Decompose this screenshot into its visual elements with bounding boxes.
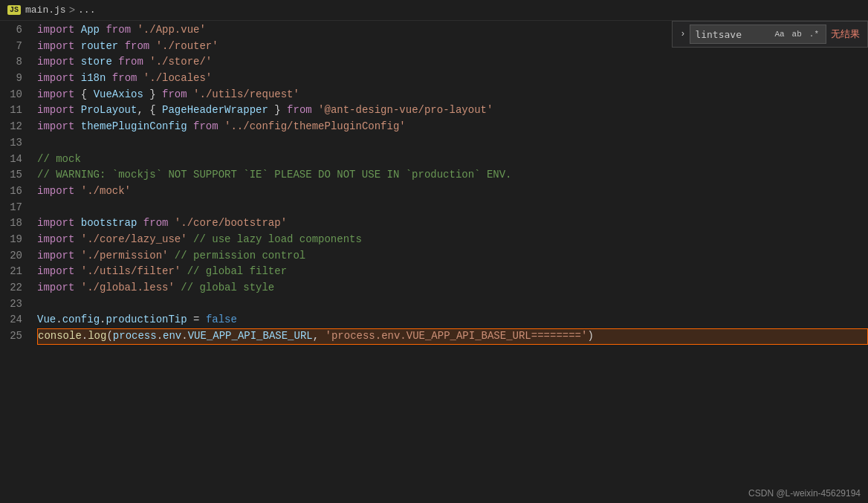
- search-overlay: › Aa ab .* 无结果: [672, 21, 868, 48]
- line-number: 10: [7, 87, 22, 103]
- search-case-sensitive[interactable]: Aa: [772, 29, 786, 39]
- code-token: config: [62, 312, 100, 328]
- code-line: import './core/lazy_use' // use lazy loa…: [37, 232, 868, 248]
- code-line: // WARNING: `mockjs` NOT SUPPORT `IE` PL…: [37, 167, 868, 184]
- line-number: 20: [7, 248, 22, 265]
- code-line: Vue.config.productionTip = false: [37, 312, 868, 328]
- code-line: import ProLayout, { PageHeaderWrapper } …: [37, 103, 868, 119]
- code-token: from: [125, 39, 156, 55]
- search-regex[interactable]: .*: [807, 29, 821, 39]
- code-token: // global filter: [181, 264, 287, 280]
- line-number: 19: [7, 232, 22, 248]
- code-token: .: [157, 328, 163, 345]
- code-token: from: [112, 71, 143, 87]
- line-number: 15: [7, 167, 22, 184]
- code-token: './App.vue': [137, 22, 205, 39]
- code-token: // global style: [175, 280, 274, 296]
- editor-container: JS main.js > ... › Aa ab .* 无结果 67891011…: [0, 0, 868, 503]
- line-number: 18: [7, 215, 22, 232]
- code-line: import { VueAxios } from './utils/reques…: [37, 87, 868, 103]
- line-number: 8: [7, 54, 22, 71]
- line-number: 24: [7, 312, 22, 328]
- code-token: {: [81, 87, 94, 103]
- breadcrumb-file: main.js: [25, 4, 66, 16]
- code-token: PageHeaderWrapper: [162, 103, 268, 119]
- code-token: false: [206, 312, 237, 328]
- code-token: import: [37, 54, 81, 71]
- code-line: import './global.less' // global style: [37, 280, 868, 296]
- line-number: 16: [7, 184, 22, 200]
- code-token: './permission': [81, 248, 169, 265]
- code-line: console.log(process.env.VUE_APP_API_BASE…: [37, 328, 868, 345]
- watermark: CSDN @L-weixin-45629194: [748, 488, 861, 499]
- code-token: store: [81, 54, 118, 71]
- code-token: import: [37, 71, 81, 87]
- code-line: [37, 200, 868, 216]
- code-content: import App from './App.vue'import router…: [30, 21, 868, 503]
- line-numbers: 678910111213141516171819202122232425: [0, 21, 30, 503]
- code-token: './utils/request': [193, 87, 299, 103]
- code-token: env: [163, 328, 181, 345]
- search-input[interactable]: [695, 29, 769, 40]
- search-no-results: 无结果: [831, 27, 860, 41]
- code-token: './router': [156, 39, 218, 55]
- code-token: import: [37, 39, 81, 55]
- code-token: './mock': [81, 184, 131, 200]
- code-token: bootstrap: [81, 215, 143, 232]
- code-token: VueAxios: [94, 87, 143, 103]
- code-line: [37, 296, 868, 313]
- search-whole-word[interactable]: ab: [790, 29, 804, 39]
- code-token: ): [587, 328, 593, 345]
- code-token: './core/bootstrap': [175, 215, 287, 232]
- line-number: 11: [7, 103, 22, 119]
- code-token: i18n: [81, 71, 112, 87]
- code-line: [37, 135, 868, 152]
- code-token: =: [187, 312, 206, 328]
- line-number: 25: [7, 328, 22, 345]
- code-token: '../config/themePluginConfig': [224, 119, 406, 135]
- code-token: from: [287, 103, 318, 119]
- code-token: './core/lazy_use': [81, 232, 187, 248]
- code-token: import: [37, 119, 81, 135]
- code-token: from: [193, 119, 224, 135]
- code-line: import bootstrap from './core/bootstrap': [37, 215, 868, 232]
- code-token: import: [37, 103, 81, 119]
- code-token: from: [118, 54, 149, 71]
- code-token: productionTip: [106, 312, 187, 328]
- code-token: themePluginConfig: [81, 119, 193, 135]
- code-token: '@ant-design-vue/pro-layout': [318, 103, 493, 119]
- search-input-wrapper[interactable]: Aa ab .*: [690, 25, 826, 44]
- code-line: // mock: [37, 152, 868, 168]
- code-token: (: [106, 328, 112, 345]
- line-number: 13: [7, 135, 22, 152]
- code-line: import store from './store/': [37, 54, 868, 71]
- line-number: 7: [7, 39, 22, 55]
- code-line: import './utils/filter' // global filter: [37, 264, 868, 280]
- code-token: VUE_APP_API_BASE_URL: [188, 328, 313, 345]
- code-token: }: [268, 103, 287, 119]
- code-token: .: [56, 312, 62, 328]
- code-line: import themePluginConfig from '../config…: [37, 119, 868, 135]
- js-icon: JS: [7, 5, 21, 15]
- search-expand-icon[interactable]: ›: [680, 29, 685, 39]
- code-token: // permission control: [168, 248, 305, 265]
- code-token: './locales': [143, 71, 212, 87]
- code-token: import: [37, 215, 81, 232]
- code-token: log: [88, 328, 106, 345]
- line-number: 12: [7, 119, 22, 135]
- breadcrumb-bar: JS main.js > ...: [0, 0, 868, 21]
- line-number: 14: [7, 152, 22, 168]
- code-token: router: [81, 39, 125, 55]
- code-token: from: [162, 87, 193, 103]
- code-token: ProLayout: [81, 103, 137, 119]
- code-token: ,: [313, 328, 319, 345]
- code-token: , {: [137, 103, 162, 119]
- breadcrumb-separator: >: [69, 4, 75, 16]
- code-token: App: [81, 22, 106, 39]
- code-token: import: [37, 232, 81, 248]
- code-token: .: [100, 312, 106, 328]
- code-token: process: [113, 328, 157, 345]
- breadcrumb-context: ...: [78, 4, 95, 16]
- code-token: './utils/filter': [81, 264, 181, 280]
- code-token: 'process.env.VUE_APP_API_BASE_URL=======…: [319, 328, 587, 345]
